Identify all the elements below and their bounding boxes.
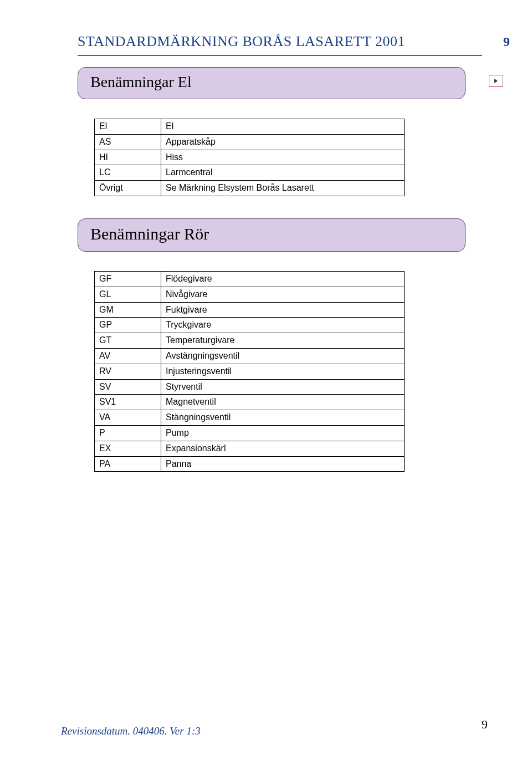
table-row: AVAvstängningsventil <box>95 348 405 364</box>
page-number-bottom: 9 <box>482 717 488 732</box>
code-cell: AS <box>95 134 161 150</box>
code-cell: LC <box>95 165 161 181</box>
label-cell: Larmcentral <box>161 165 405 181</box>
table-row: ASApparatskåp <box>95 134 405 150</box>
table-row: ElEl <box>95 119 405 135</box>
code-cell: EX <box>95 441 161 456</box>
table-row: VAStängningsventil <box>95 410 405 426</box>
table-row: GTTemperaturgivare <box>95 333 405 349</box>
label-cell: Flödegivare <box>161 271 405 287</box>
header-rule <box>78 55 482 56</box>
table-row: SV1Magnetventil <box>95 395 405 410</box>
label-cell: Fuktgivare <box>161 302 405 318</box>
code-cell: GL <box>95 287 161 302</box>
table-row: HIHiss <box>95 150 405 165</box>
section-title-ror: Benämningar Rör <box>90 225 209 243</box>
code-cell: SV1 <box>95 395 161 410</box>
code-cell: P <box>95 425 161 441</box>
table-row: RVInjusteringsventil <box>95 364 405 379</box>
table-row: GPTryckgivare <box>95 318 405 333</box>
table-row: PPump <box>95 425 405 441</box>
play-panel-icon <box>489 75 503 87</box>
table-row: ÖvrigtSe Märkning Elsystem Borås Lasaret… <box>95 181 405 196</box>
footer-revision: Revisionsdatum. 040406. Ver 1:3 <box>61 725 201 737</box>
label-cell: Injusteringsventil <box>161 364 405 379</box>
page-header-title: STANDARDMÄRKNING BORÅS LASARETT 2001 <box>78 33 405 49</box>
label-cell: Se Märkning Elsystem Borås Lasarett <box>161 181 405 196</box>
code-cell: El <box>95 119 161 135</box>
code-cell: Övrigt <box>95 181 161 196</box>
table-row: EXExpansionskärl <box>95 441 405 456</box>
label-cell: El <box>161 119 405 135</box>
table-row: SVStyrventil <box>95 379 405 395</box>
table-row: LCLarmcentral <box>95 165 405 181</box>
label-cell: Nivågivare <box>161 287 405 302</box>
label-cell: Apparatskåp <box>161 134 405 150</box>
section-title-box-el: Benämningar El <box>78 67 466 99</box>
code-cell: GT <box>95 333 161 349</box>
page-number-top: 9 <box>503 34 510 49</box>
label-cell: Avstängningsventil <box>161 348 405 364</box>
label-cell: Temperaturgivare <box>161 333 405 349</box>
label-cell: Styrventil <box>161 379 405 395</box>
table-row: GMFuktgivare <box>95 302 405 318</box>
code-cell: HI <box>95 150 161 165</box>
label-cell: Magnetventil <box>161 395 405 410</box>
code-cell: GF <box>95 271 161 287</box>
table-row: PAPanna <box>95 456 405 472</box>
label-cell: Panna <box>161 456 405 472</box>
code-cell: GM <box>95 302 161 318</box>
code-cell: AV <box>95 348 161 364</box>
label-cell: Stängningsventil <box>161 410 405 426</box>
label-cell: Hiss <box>161 150 405 165</box>
code-cell: RV <box>95 364 161 379</box>
section-title-box-ror: Benämningar Rör <box>78 218 466 252</box>
section-title-el: Benämningar El <box>90 73 192 90</box>
code-cell: VA <box>95 410 161 426</box>
label-cell: Expansionskärl <box>161 441 405 456</box>
label-cell: Pump <box>161 425 405 441</box>
table-ror: GFFlödegivareGLNivågivareGMFuktgivareGPT… <box>94 271 405 472</box>
label-cell: Tryckgivare <box>161 318 405 333</box>
code-cell: GP <box>95 318 161 333</box>
code-cell: SV <box>95 379 161 395</box>
table-row: GLNivågivare <box>95 287 405 302</box>
table-el: ElElASApparatskåpHIHissLCLarmcentralÖvri… <box>94 119 405 196</box>
code-cell: PA <box>95 456 161 472</box>
table-row: GFFlödegivare <box>95 271 405 287</box>
